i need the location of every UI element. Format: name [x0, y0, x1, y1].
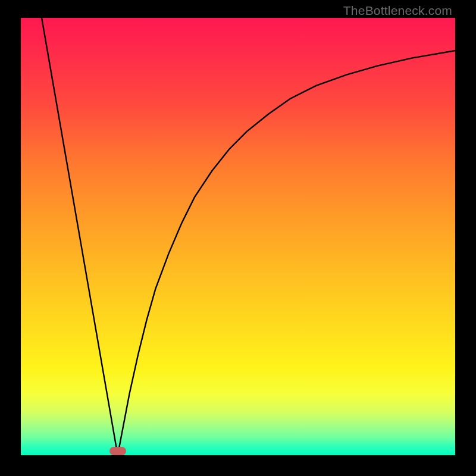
- curve-layer: [21, 18, 455, 455]
- curve-right-branch: [118, 51, 455, 455]
- watermark-text: TheBottleneck.com: [343, 4, 452, 18]
- chart-frame: TheBottleneck.com: [0, 0, 476, 476]
- minimum-marker: [109, 447, 126, 455]
- plot-area: [21, 18, 455, 455]
- curve-left-branch: [42, 18, 118, 455]
